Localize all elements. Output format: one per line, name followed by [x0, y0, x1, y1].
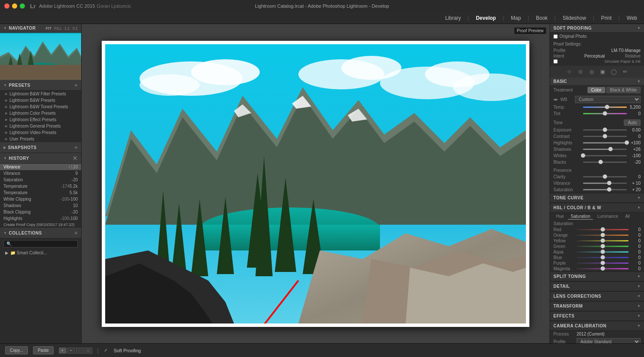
- detail-section[interactable]: Detail ▼: [550, 281, 644, 291]
- hsl-aqua-track[interactable]: [577, 251, 629, 253]
- copy-button[interactable]: Copy...: [5, 346, 28, 354]
- hsl-blue-thumb[interactable]: [601, 255, 605, 259]
- view-survey-icon[interactable]: ▫: [76, 348, 84, 354]
- zoom-3-1[interactable]: 3:1: [72, 26, 78, 31]
- soft-proofing-header[interactable]: Soft Proofing ▼: [550, 24, 644, 33]
- hsl-magenta-thumb[interactable]: [601, 266, 605, 271]
- collections-header[interactable]: ▼ Collections +: [0, 228, 81, 238]
- hsl-green-track[interactable]: [577, 246, 629, 247]
- vibrance-thumb[interactable]: [607, 181, 611, 185]
- blacks-thumb[interactable]: [598, 160, 603, 164]
- vibrance-track[interactable]: [583, 183, 627, 184]
- presets-add-button[interactable]: +: [74, 82, 78, 88]
- transform-section[interactable]: Transform ▼: [550, 301, 644, 311]
- menu-book[interactable]: Book: [536, 15, 547, 21]
- blacks-track[interactable]: [583, 162, 627, 163]
- collection-smart[interactable]: ▶ 📁 Smart Collecti...: [0, 249, 81, 256]
- maximize-button[interactable]: [20, 3, 25, 9]
- presets-header[interactable]: ▼ Presets +: [0, 80, 81, 91]
- crop-tool-icon[interactable]: ⊹: [565, 67, 574, 76]
- hsl-orange-track[interactable]: [577, 235, 629, 236]
- preset-video[interactable]: ▶Lightroom Video Presets: [0, 129, 81, 136]
- menu-develop[interactable]: Develop: [476, 15, 496, 21]
- temp-track[interactable]: [583, 107, 627, 108]
- shadows-thumb[interactable]: [608, 147, 613, 151]
- clarity-thumb[interactable]: [603, 174, 607, 179]
- history-item-4[interactable]: Temperature5.5k: [0, 189, 81, 196]
- view-loupe-icon[interactable]: ◻: [85, 348, 92, 354]
- preset-user[interactable]: ▶User Presets: [0, 136, 81, 142]
- whites-thumb[interactable]: [581, 153, 585, 158]
- hsl-tab-saturation[interactable]: Saturation: [568, 214, 593, 220]
- hsl-red-track[interactable]: [577, 229, 629, 230]
- minimize-button[interactable]: [12, 3, 17, 9]
- basic-collapse[interactable]: ▼: [637, 79, 641, 83]
- history-item-1[interactable]: Vibrance9: [0, 170, 81, 177]
- original-photo-checkbox[interactable]: [553, 34, 558, 39]
- highlights-thumb[interactable]: [625, 140, 629, 145]
- hsl-red-thumb[interactable]: [601, 227, 605, 232]
- hsl-purple-thumb[interactable]: [601, 261, 605, 265]
- history-item-5[interactable]: White Clipping-100-100: [0, 196, 81, 202]
- contrast-track[interactable]: [583, 136, 627, 137]
- preset-general[interactable]: ▶Lightroom General Presets: [0, 123, 81, 129]
- saturation-thumb[interactable]: [607, 187, 611, 192]
- menu-print[interactable]: Print: [601, 15, 612, 21]
- eyedropper-icon[interactable]: ✒: [553, 96, 559, 103]
- hsl-yellow-thumb[interactable]: [601, 238, 605, 243]
- soft-proofing-collapse[interactable]: ▼: [637, 26, 641, 30]
- camera-calibration-section[interactable]: Camera Calibration ▼: [550, 321, 644, 331]
- effects-section[interactable]: Effects ▼: [550, 311, 644, 321]
- tint-track[interactable]: [583, 113, 627, 114]
- menu-map[interactable]: Map: [511, 15, 521, 21]
- history-item-2[interactable]: Saturation-20: [0, 177, 81, 183]
- highlights-track[interactable]: [583, 142, 627, 143]
- hsl-orange-thumb[interactable]: [601, 233, 605, 237]
- hsl-tab-luminance[interactable]: Luminance: [595, 214, 621, 220]
- history-item-0[interactable]: Vibrance +1 10: [0, 164, 81, 170]
- hsl-purple-track[interactable]: [577, 262, 629, 264]
- zoom-1-1[interactable]: 1:1: [64, 26, 70, 31]
- preset-effect[interactable]: ▶Lightroom Effect Presets: [0, 116, 81, 123]
- hsl-tab-hue[interactable]: Hue: [553, 214, 566, 220]
- saturation-track[interactable]: [583, 189, 627, 190]
- zoom-fit[interactable]: FIT: [46, 26, 52, 31]
- contrast-thumb[interactable]: [603, 134, 607, 138]
- collection-search-input[interactable]: [3, 240, 78, 247]
- history-header[interactable]: ▼ History ✕: [0, 153, 81, 164]
- history-clear-button[interactable]: ✕: [73, 155, 78, 162]
- preset-bw-toned[interactable]: ▶Lightroom B&W Toned Presets: [0, 104, 81, 110]
- auto-button[interactable]: Auto: [624, 119, 641, 126]
- paste-button[interactable]: Paste: [33, 346, 54, 354]
- treatment-bw-btn[interactable]: Black & White: [606, 87, 641, 93]
- history-item-8[interactable]: Highlights-100-100: [0, 215, 81, 222]
- treatment-color-btn[interactable]: Color: [587, 87, 605, 93]
- wb-dropdown[interactable]: Custom As Shot Daylight Cloudy: [575, 96, 641, 103]
- hsl-section-header[interactable]: HSL / Color / B & W ▼: [550, 203, 644, 213]
- cal-profile-select[interactable]: Adobe Standard Camera Faithful Camera La…: [577, 338, 641, 343]
- shadows-track[interactable]: [583, 149, 627, 150]
- tint-thumb[interactable]: [603, 111, 607, 116]
- clarity-track[interactable]: [583, 176, 627, 177]
- snapshots-header[interactable]: ▶ Snapshots +: [0, 142, 81, 153]
- view-compare-icon[interactable]: ▪▪: [67, 348, 75, 354]
- collections-add-button[interactable]: +: [74, 229, 78, 236]
- hsl-yellow-track[interactable]: [577, 240, 629, 241]
- view-single-icon[interactable]: ▪: [59, 348, 67, 354]
- preset-color[interactable]: ▶Lightroom Color Presets: [0, 110, 81, 116]
- main-image-area[interactable]: [82, 24, 550, 343]
- zoom-fill[interactable]: FILL: [54, 26, 62, 31]
- snapshots-add-button[interactable]: +: [74, 144, 78, 151]
- hsl-magenta-track[interactable]: [577, 268, 629, 269]
- radial-filter-icon[interactable]: ◯: [610, 67, 618, 76]
- close-button[interactable]: [4, 3, 9, 9]
- history-item-3[interactable]: Temperature-1745.2k: [0, 183, 81, 189]
- menu-web[interactable]: Web: [627, 15, 637, 21]
- history-item-9[interactable]: Create Proof Copy (09/10/2017 19:47:22): [0, 222, 81, 228]
- navigator-header[interactable]: ▼ Navigator FIT FILL 1:1 3:1: [0, 24, 81, 33]
- spot-removal-icon[interactable]: ⊙: [576, 67, 585, 76]
- preset-bw[interactable]: ▶Lightroom B&W Presets: [0, 97, 81, 104]
- hsl-blue-track[interactable]: [577, 257, 629, 258]
- menu-slideshow[interactable]: Slideshow: [562, 15, 586, 21]
- lens-corrections-section[interactable]: Lens Corrections ▼: [550, 291, 644, 301]
